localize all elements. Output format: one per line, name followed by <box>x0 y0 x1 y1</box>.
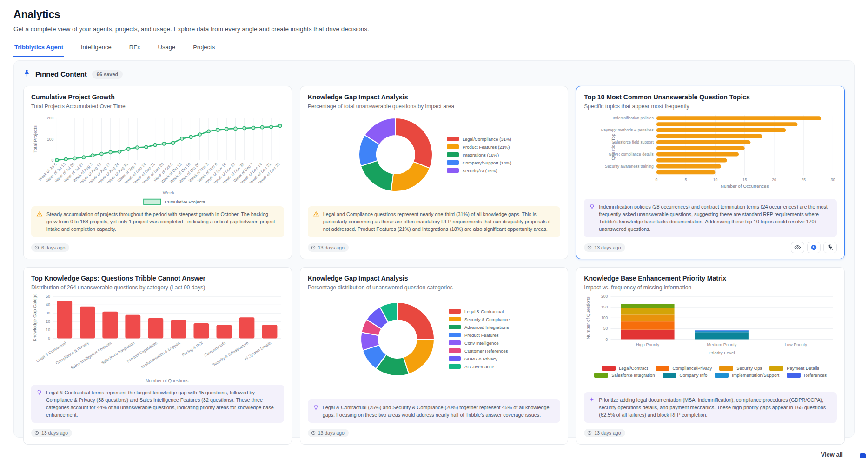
clock-icon <box>587 431 592 435</box>
warning-icon <box>313 210 319 233</box>
legend-swatch <box>656 366 669 371</box>
svg-text:0: 0 <box>656 177 658 182</box>
legend-swatch <box>449 325 461 329</box>
svg-text:Week: Week <box>163 190 174 195</box>
unpin-button[interactable] <box>823 242 837 253</box>
svg-text:150: 150 <box>601 305 608 309</box>
legend-item: Company/Support (14%) <box>447 160 512 165</box>
pinned-content-panel: Pinned Content 66 saved Cumulative Proje… <box>13 60 855 438</box>
svg-text:Implementation & Support: Implementation & Support <box>140 340 181 369</box>
card-cumulative-project-growth[interactable]: Cumulative Project Growth Total Projects… <box>23 86 292 259</box>
card-footer: 13 days ago <box>584 242 837 253</box>
ai-insight-button[interactable] <box>807 242 821 253</box>
legend-swatch <box>449 317 461 321</box>
svg-text:20: 20 <box>772 177 777 182</box>
svg-text:20: 20 <box>46 319 51 324</box>
clock-icon <box>34 431 39 435</box>
svg-text:0: 0 <box>48 336 50 340</box>
legend-item: AI Governance <box>449 364 510 369</box>
clock-icon <box>34 245 39 250</box>
card-title: Knowledge Base Enhancement Priority Matr… <box>584 275 837 282</box>
legend-item: Conv Intelligence <box>449 340 510 346</box>
card-top-knowledge-gaps[interactable]: Top Knowledge Gaps: Questions Tribble Ca… <box>23 267 292 445</box>
card-footer: 6 days ago <box>31 242 284 253</box>
card-knowledge-gap-impact-1[interactable]: Knowledge Gap Impact Analysis Percentage… <box>300 86 569 259</box>
card-subtitle: Percentage distribution of unanswered qu… <box>308 284 561 291</box>
legend-swatch <box>449 333 461 337</box>
insight-text: Legal and Compliance questions represent… <box>323 210 556 233</box>
svg-text:200: 200 <box>47 116 53 120</box>
timestamp-badge: 13 days ago <box>308 243 349 252</box>
view-all-link[interactable]: View all <box>23 450 845 458</box>
svg-text:Low Priority: Low Priority <box>785 342 808 347</box>
tab-projects[interactable]: Projects <box>192 42 216 57</box>
ai-badge-icon <box>810 244 817 251</box>
insight-note: Legal and Compliance questions represent… <box>308 206 561 237</box>
svg-text:Knowledge Gap Catego: Knowledge Gap Catego <box>32 294 37 341</box>
pinned-content-header: Pinned Content 66 saved <box>23 69 845 79</box>
svg-text:0: 0 <box>606 337 608 341</box>
legend-swatch <box>787 373 801 378</box>
svg-text:Question Topic: Question Topic <box>610 131 616 160</box>
tab-tribblytics-agent[interactable]: Tribblytics Agent <box>13 42 64 57</box>
card-knowledge-gap-impact-2[interactable]: Knowledge Gap Impact Analysis Percentage… <box>300 267 569 445</box>
svg-text:30: 30 <box>46 311 51 315</box>
tab-usage[interactable]: Usage <box>157 42 177 57</box>
card-title: Cumulative Project Growth <box>31 93 284 101</box>
warning-icon <box>36 210 43 233</box>
legend-swatch <box>594 373 608 378</box>
svg-text:50: 50 <box>603 326 608 331</box>
lightbulb-icon <box>589 203 595 233</box>
svg-text:Sales Intelligence Features: Sales Intelligence Features <box>70 340 113 370</box>
legend-swatch <box>715 373 729 378</box>
legend-item: Compliance/Privacy <box>656 366 712 371</box>
svg-text:Number of Occurrences: Number of Occurrences <box>721 183 769 189</box>
pin-icon <box>23 69 30 79</box>
svg-text:30: 30 <box>831 177 835 182</box>
legend-item: Company Info <box>663 373 708 378</box>
panel-title: Pinned Content <box>35 70 87 78</box>
legend-swatch <box>447 152 459 157</box>
legend-swatch <box>449 309 461 314</box>
cumulative-projects-line-chart: 0100200Week of Jul 6Week of Jul 13Week o… <box>31 112 284 206</box>
card-subtitle: Specific topics that appear most frequen… <box>584 103 837 110</box>
tab-rfx[interactable]: RFx <box>128 42 141 57</box>
eye-icon <box>794 244 801 251</box>
view-button[interactable] <box>791 242 804 253</box>
svg-text:Pricing & ROI: Pricing & ROI <box>181 340 204 357</box>
page-title: Analytics <box>13 8 855 21</box>
legend-item: Security/AI (16%) <box>447 168 512 173</box>
svg-text:25: 25 <box>802 177 806 182</box>
legend-item: Implementation/Support <box>715 373 779 378</box>
svg-text:Cumulative Projects: Cumulative Projects <box>165 199 205 204</box>
card-actions <box>791 242 837 253</box>
tab-intelligence[interactable]: Intelligence <box>80 42 113 57</box>
svg-text:Security & Infrastructure: Security & Infrastructure <box>211 340 249 367</box>
card-title: Knowledge Gap Impact Analysis <box>308 93 561 101</box>
lightbulb-icon <box>313 404 319 419</box>
svg-text:Payment methods & penalties: Payment methods & penalties <box>601 128 654 132</box>
svg-text:5: 5 <box>685 177 687 182</box>
insight-text: Legal & Contractual (25%) and Security &… <box>323 404 556 419</box>
insight-note: Legal & Contractual terms represent the … <box>31 385 284 423</box>
clock-icon <box>311 245 316 250</box>
chart-legend: Legal & ContractualSecurity & Compliance… <box>449 309 510 369</box>
card-top10-unanswerable-topics[interactable]: Top 10 Most Common Unanswerable Question… <box>576 86 845 259</box>
priority-stacked-chart: 050100150200High PriorityMedium Priority… <box>584 294 837 378</box>
pinned-cards-grid: Cumulative Project Growth Total Projects… <box>23 86 845 445</box>
svg-text:15: 15 <box>742 177 747 182</box>
card-footer: 13 days ago <box>308 242 561 253</box>
card-title: Top 10 Most Common Unanswerable Question… <box>584 93 837 101</box>
timestamp-badge: 13 days ago <box>584 429 625 437</box>
card-subtitle: Total Projects Accumulated Over Time <box>31 103 284 110</box>
tab-bar: Tribblytics Agent Intelligence RFx Usage… <box>13 42 855 57</box>
svg-text:Company Info: Company Info <box>203 340 226 357</box>
timestamp-badge: 13 days ago <box>584 243 625 252</box>
card-title: Top Knowledge Gaps: Questions Tribble Ca… <box>31 275 284 282</box>
card-footer: 13 days ago <box>308 427 561 438</box>
svg-text:Indemnification policies: Indemnification policies <box>613 116 654 120</box>
card-priority-matrix[interactable]: Knowledge Base Enhancement Priority Matr… <box>576 267 845 445</box>
insight-note: Legal & Contractual (25%) and Security &… <box>308 399 561 423</box>
svg-text:0: 0 <box>51 158 53 163</box>
svg-text:200: 200 <box>601 294 608 299</box>
